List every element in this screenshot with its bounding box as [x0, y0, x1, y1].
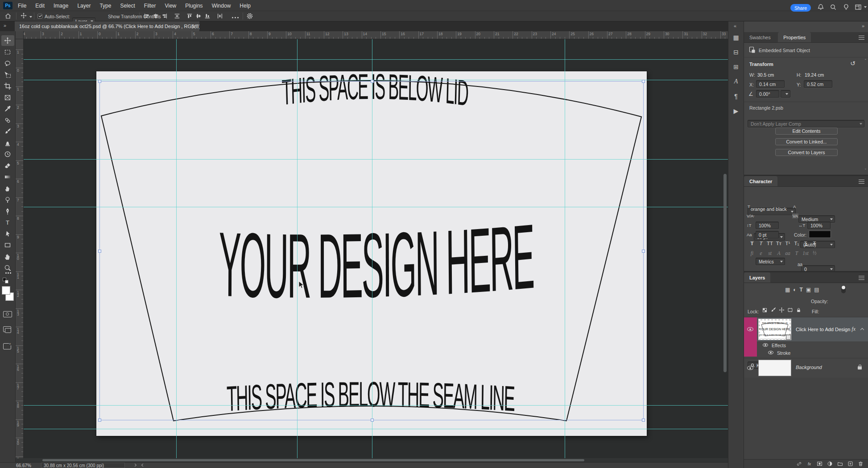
text-style-button-4[interactable]: T¹ — [783, 241, 792, 246]
type-tool[interactable]: T — [1, 217, 14, 228]
opentype-button-4[interactable]: aa — [783, 250, 792, 256]
chevron-down-icon[interactable] — [864, 6, 867, 8]
vertical-scrollbar[interactable] — [723, 174, 727, 372]
text-style-button-0[interactable]: T — [748, 241, 756, 246]
align-left-icon[interactable] — [144, 13, 150, 19]
lock-all-icon[interactable] — [796, 307, 802, 313]
workspace-switcher-icon[interactable] — [855, 4, 862, 11]
link-layers-icon[interactable] — [796, 461, 802, 467]
status-prev-icon[interactable] — [141, 464, 145, 467]
canvas-viewport[interactable]: THIS SPACE IS BELOW LID YOUR DESIGN HERE… — [24, 39, 728, 458]
new-layer-icon[interactable] — [847, 461, 853, 467]
layer-thumbnail[interactable]: THIS SPACE IS BELOW LID YOUR DESIGN HERE… — [758, 319, 791, 340]
transform-handle-bottom-center[interactable] — [371, 419, 374, 422]
lock-brush-icon[interactable] — [770, 307, 776, 313]
baseline-shift-input[interactable]: 0 pt — [756, 231, 779, 238]
toolbar-collapse-icon[interactable]: » — [4, 23, 6, 28]
align-center-horizontal-icon[interactable] — [153, 13, 159, 19]
auto-select-checkbox[interactable] — [37, 14, 42, 19]
opentype-button-0[interactable]: fi — [748, 250, 756, 256]
layer-comp-select[interactable]: Don't Apply Layer Comp — [748, 120, 864, 127]
home-icon[interactable] — [4, 12, 12, 20]
convert-to-linked-button[interactable]: Convert to Linked... — [775, 138, 838, 145]
tab-properties[interactable]: Properties — [778, 32, 811, 42]
transform-handle-top-right[interactable] — [642, 80, 645, 83]
horizontal-ruler[interactable]: 4321012345678910111213141516171819202122… — [24, 31, 728, 39]
clone-stamp-tool[interactable] — [1, 138, 14, 148]
horizontal-scrollbar[interactable] — [42, 459, 584, 461]
menu-item-plugins[interactable]: Plugins — [181, 3, 207, 9]
history-brush-tool[interactable] — [1, 149, 14, 160]
share-button[interactable]: Share — [790, 4, 811, 12]
layer-name[interactable]: Click Here to Add Design — [796, 327, 850, 332]
transform-handle-middle-right[interactable] — [642, 250, 645, 253]
stroke-visibility-icon[interactable] — [768, 351, 773, 354]
spot-healing-brush-tool[interactable] — [1, 115, 14, 126]
swatches-panel-icon[interactable]: ▦ — [728, 34, 744, 41]
align-right-icon[interactable] — [161, 13, 168, 19]
reset-transform-icon[interactable]: ↺ — [850, 60, 856, 67]
menu-item-type[interactable]: Type — [95, 3, 116, 9]
width-value[interactable]: 30.5 cm — [757, 72, 774, 78]
menu-item-select[interactable]: Select — [116, 3, 139, 9]
tab-layers[interactable]: Layers — [744, 272, 770, 283]
filter-toggle[interactable] — [841, 285, 846, 293]
opentype-button-6[interactable]: 1st — [801, 250, 810, 256]
path-selection-tool[interactable] — [1, 229, 14, 239]
search-icon[interactable] — [830, 4, 837, 11]
layer-style-fx-icon[interactable]: fx — [806, 461, 812, 467]
menu-item-view[interactable]: View — [160, 3, 181, 9]
new-adjustment-layer-icon[interactable] — [827, 461, 833, 467]
panel-scroll-up-icon[interactable]: ˆ — [865, 59, 866, 64]
font-family-select[interactable]: orange and black ... — [748, 208, 796, 215]
collapse-effects-icon[interactable] — [860, 328, 864, 332]
brush-tool[interactable] — [1, 126, 14, 137]
pen-tool[interactable] — [1, 206, 14, 217]
text-style-button-6[interactable]: T — [801, 241, 810, 246]
ruler-origin-box[interactable] — [16, 31, 24, 39]
filter-shape-layers-icon[interactable]: ▣ — [806, 286, 811, 293]
layer-row-selected[interactable]: THIS SPACE IS BELOW LID YOUR DESIGN HERE… — [744, 317, 868, 341]
hand-tool[interactable] — [1, 251, 14, 262]
layer-visibility-icon[interactable] — [747, 366, 753, 370]
transform-handle-bottom-right[interactable] — [642, 419, 645, 422]
patterns-panel-icon[interactable]: ⊞ — [728, 63, 744, 70]
add-layer-mask-icon[interactable] — [817, 461, 823, 467]
filter-type-layers-icon[interactable]: T — [800, 286, 803, 293]
eyedropper-tool[interactable] — [1, 103, 14, 114]
text-style-button-3[interactable]: Tᴛ — [774, 241, 783, 246]
paragraph-panel-icon[interactable]: ¶ — [728, 93, 744, 100]
actions-panel-icon[interactable]: ▶ — [728, 107, 744, 115]
delete-layer-icon[interactable] — [858, 461, 864, 467]
new-group-icon[interactable] — [837, 461, 843, 467]
object-selection-tool[interactable] — [1, 70, 14, 80]
edit-contents-button[interactable]: Edit Contents — [775, 127, 838, 135]
foreground-color-swatch[interactable] — [2, 286, 10, 295]
guide-horizontal[interactable] — [24, 59, 728, 60]
filter-pixel-layers-icon[interactable]: ▦ — [785, 286, 790, 293]
layer-thumbnail[interactable] — [758, 360, 791, 376]
menu-item-edit[interactable]: Edit — [31, 3, 49, 9]
opentype-button-1[interactable]: e — [756, 250, 765, 256]
opentype-button-7[interactable]: ½ — [810, 250, 819, 256]
opentype-button-3[interactable]: A — [774, 250, 783, 256]
transform-handle-bottom-left[interactable] — [98, 419, 101, 422]
document-tab[interactable]: 16oz cold cup subblanksuk oct25.psd @ 66… — [15, 21, 199, 31]
transform-handle-top-center[interactable] — [371, 80, 374, 83]
horizontal-scale-input[interactable]: 100% — [807, 222, 831, 229]
text-style-button-2[interactable]: TT — [765, 241, 774, 246]
convert-to-layers-button[interactable]: Convert to Layers — [775, 149, 838, 156]
background-layer-row[interactable]: Background — [744, 358, 868, 377]
lock-position-icon[interactable] — [779, 307, 785, 313]
text-style-button-5[interactable]: T₁ — [792, 241, 801, 246]
more-options-icon[interactable] — [232, 17, 233, 18]
panel-scroll-down-icon[interactable]: ˇ — [865, 168, 866, 173]
menu-item-help[interactable]: Help — [235, 3, 255, 9]
kerning-select[interactable]: Metrics — [756, 258, 785, 265]
workspace-gear-icon[interactable] — [246, 12, 253, 20]
x-input[interactable]: 0.14 cm — [756, 80, 785, 88]
layer-name[interactable]: Background — [796, 365, 822, 370]
panel-menu-icon[interactable] — [859, 180, 864, 184]
text-color-swatch[interactable] — [809, 231, 831, 238]
height-value[interactable]: 19.24 cm — [805, 72, 824, 78]
